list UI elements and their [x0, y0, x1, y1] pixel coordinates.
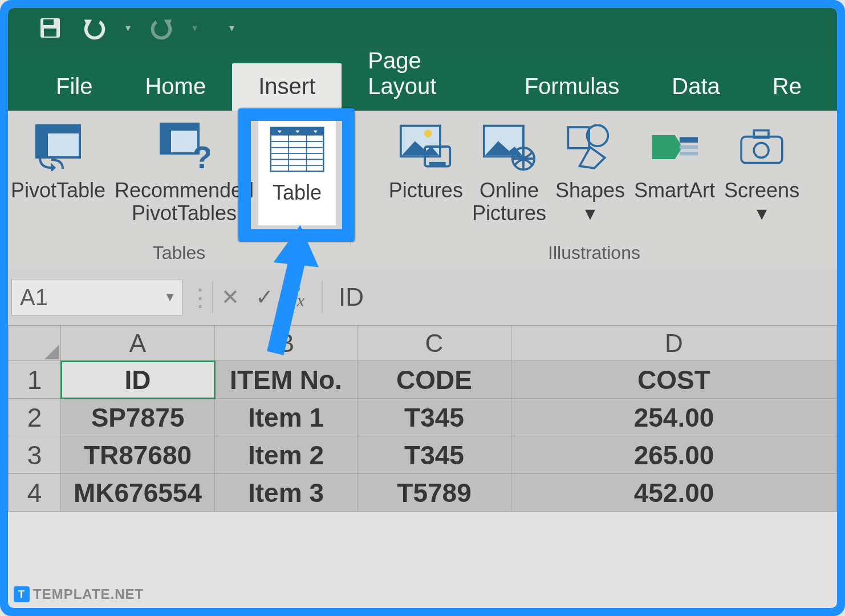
tab-review-partial[interactable]: Re — [746, 63, 828, 111]
table-row: 1 ID ITEM No. CODE COST — [9, 361, 837, 399]
svg-rect-29 — [680, 152, 698, 155]
cmd-screenshot[interactable]: Screens▾ — [720, 114, 804, 225]
cmd-table[interactable]: Table — [258, 113, 336, 225]
formula-bar-input[interactable]: ID — [323, 279, 837, 315]
fx-handle-icon[interactable]: ⋮ — [188, 283, 212, 311]
group-label-illustrations: Illustrations — [351, 239, 837, 267]
row-header-1[interactable]: 1 — [9, 361, 61, 399]
chevron-down-icon[interactable]: ▼ — [164, 290, 176, 305]
recommended-pivottables-icon: ? — [157, 120, 212, 175]
template-logo-icon: T — [14, 586, 30, 602]
col-header-D[interactable]: D — [511, 326, 837, 361]
cmd-recommended-pivottables[interactable]: ? Recommended PivotTables — [110, 114, 258, 225]
svg-rect-28 — [680, 145, 698, 149]
watermark: T TEMPLATE.NET — [14, 586, 144, 602]
cell-A3[interactable]: TR87680 — [61, 436, 215, 474]
tab-page-layout[interactable]: Page Layout — [342, 38, 498, 111]
cancel-formula-icon[interactable]: ✕ — [213, 285, 247, 310]
svg-rect-5 — [36, 125, 80, 133]
cell-D2[interactable]: 254.00 — [511, 399, 837, 436]
ribbon-group-illustrations: Pictures Online Pictures — [351, 111, 837, 269]
cmd-label: Table — [273, 181, 322, 204]
svg-rect-22 — [429, 162, 446, 167]
enter-formula-icon[interactable]: ✓ — [247, 285, 282, 310]
cell-D1[interactable]: COST — [511, 361, 837, 399]
col-header-A[interactable]: A — [61, 326, 215, 361]
excel-window: ▾ ▾ ▾ File Home Insert Page Layout Formu… — [8, 8, 837, 608]
cmd-online-pictures[interactable]: Online Pictures — [468, 114, 551, 225]
row-header-3[interactable]: 3 — [9, 436, 61, 474]
qat-customize-icon[interactable]: ▾ — [229, 22, 234, 34]
svg-rect-30 — [741, 137, 782, 163]
svg-rect-1 — [43, 19, 54, 25]
cmd-pivottable[interactable]: PivotTable — [8, 114, 110, 225]
cell-A4[interactable]: MK676554 — [61, 474, 215, 512]
cell-A2[interactable]: SP7875 — [61, 399, 215, 436]
svg-rect-25 — [568, 127, 589, 148]
table-row: 3 TR87680 Item 2 T345 265.00 — [9, 436, 837, 474]
qat-dropdown-icon[interactable]: ▾ — [125, 22, 131, 34]
name-box[interactable]: A1 ▼ — [11, 279, 182, 315]
cell-D3[interactable]: 265.00 — [511, 436, 837, 474]
group-label-tables: Tables — [8, 239, 350, 267]
cmd-label: SmartArt — [634, 179, 715, 202]
row-header-4[interactable]: 4 — [9, 474, 61, 512]
tab-home[interactable]: Home — [119, 63, 232, 111]
table-icon — [270, 122, 324, 177]
save-icon[interactable] — [36, 14, 64, 42]
fx-icon[interactable]: fx — [290, 282, 304, 313]
annotation-frame: ▾ ▾ ▾ File Home Insert Page Layout Formu… — [0, 0, 845, 616]
name-box-value: A1 — [20, 285, 48, 310]
svg-rect-27 — [680, 137, 698, 143]
select-all-corner[interactable] — [9, 326, 61, 361]
undo-icon[interactable] — [81, 14, 108, 42]
column-header-row: A B C D — [9, 326, 837, 361]
cmd-shapes[interactable]: Shapes▾ — [551, 114, 629, 225]
cmd-label: PivotTable — [11, 179, 105, 202]
worksheet-grid[interactable]: A B C D 1 ID ITEM No. CODE COST 2 SP7875… — [8, 325, 837, 512]
tab-file[interactable]: File — [30, 63, 119, 111]
cell-B2[interactable]: Item 1 — [215, 399, 358, 436]
cmd-label: Online Pictures — [472, 179, 546, 224]
cell-C4[interactable]: T5789 — [358, 474, 511, 512]
pictures-icon — [399, 120, 453, 175]
shapes-icon — [565, 122, 615, 172]
cmd-label: Pictures — [389, 179, 463, 202]
cmd-pictures[interactable]: Pictures — [384, 114, 468, 225]
svg-point-20 — [424, 129, 432, 137]
tab-insert[interactable]: Insert — [232, 63, 342, 112]
cmd-label: Screens▾ — [724, 179, 799, 224]
formula-bar-value: ID — [339, 283, 364, 311]
cell-A1[interactable]: ID — [61, 361, 215, 399]
cmd-smartart[interactable]: SmartArt — [629, 114, 720, 225]
ribbon-tabs: File Home Insert Page Layout Formulas Da… — [8, 48, 837, 111]
cmd-label: Recommended PivotTables — [115, 179, 254, 224]
quick-access-toolbar: ▾ ▾ ▾ — [8, 8, 837, 48]
cell-C3[interactable]: T345 — [358, 436, 511, 474]
svg-rect-2 — [44, 29, 56, 37]
cell-D4[interactable]: 452.00 — [511, 474, 837, 512]
cell-C2[interactable]: T345 — [358, 399, 511, 436]
cell-B3[interactable]: Item 2 — [215, 436, 358, 474]
qat-dropdown-icon: ▾ — [192, 22, 197, 34]
tab-formulas[interactable]: Formulas — [498, 63, 646, 111]
svg-rect-8 — [161, 124, 198, 131]
svg-text:?: ? — [193, 139, 210, 173]
screenshot-icon — [737, 122, 787, 172]
redo-icon — [148, 14, 175, 42]
row-header-2[interactable]: 2 — [9, 399, 61, 436]
online-pictures-icon — [482, 120, 537, 175]
cell-B1[interactable]: ITEM No. — [215, 361, 358, 399]
watermark-text: TEMPLATE.NET — [33, 586, 144, 602]
svg-point-32 — [754, 143, 769, 158]
tab-data[interactable]: Data — [645, 63, 746, 111]
formula-bar-row: A1 ▼ ⋮ ✕ ✓ fx ID — [8, 270, 837, 325]
table-row: 4 MK676554 Item 3 T5789 452.00 — [9, 474, 837, 512]
col-header-B[interactable]: B — [215, 326, 358, 361]
cmd-label: Shapes▾ — [555, 179, 625, 224]
pivottable-icon — [31, 120, 86, 175]
col-header-C[interactable]: C — [358, 326, 511, 361]
smartart-icon — [649, 122, 700, 172]
cell-C1[interactable]: CODE — [358, 361, 511, 399]
cell-B4[interactable]: Item 3 — [215, 474, 358, 512]
